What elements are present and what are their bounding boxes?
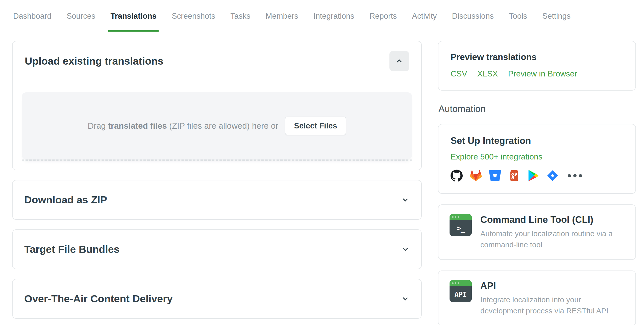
jira-icon[interactable] [547,170,559,182]
preview-xlsx-link[interactable]: XLSX [477,69,498,78]
set-up-integration-card: Set Up Integration Explore 500+ integrat… [438,124,636,194]
tab-discussions[interactable]: Discussions [452,12,494,32]
upload-card-title: Upload existing translations [25,55,163,67]
translations-side-column: Preview translations CSV XLSX Preview in… [438,41,636,325]
integration-icons-row [451,170,623,182]
upload-card-body: Drag translated files (ZIP files are all… [13,81,421,170]
chevron-down-icon [401,294,410,303]
api-card-text: API Integrate localization into your dev… [480,280,624,316]
project-tabs: Dashboard Sources Translations Screensho… [7,0,637,32]
tab-sources[interactable]: Sources [66,12,96,32]
automation-heading: Automation [438,104,636,114]
github-icon[interactable] [451,170,463,182]
collapse-section-button[interactable] [389,51,409,71]
page-body: Upload existing translations Drag transl… [0,32,644,325]
dropzone-text-bold: translated files [108,121,167,130]
over-the-air-section[interactable]: Over-The-Air Content Delivery [12,279,422,319]
tab-translations[interactable]: Translations [110,12,157,32]
gitlab-icon[interactable] [470,170,482,182]
set-up-integration-title: Set Up Integration [451,136,623,146]
cli-card-title: Command Line Tool (CLI) [480,214,624,225]
api-icon-titlebar [450,280,472,286]
preview-csv-link[interactable]: CSV [451,69,467,78]
chevron-down-icon [401,196,410,204]
git-icon[interactable] [508,170,520,182]
file-dropzone[interactable]: Drag translated files (ZIP files are all… [22,92,412,159]
cli-card-description: Automate your localization routine via a… [480,228,624,250]
explore-integrations-link[interactable]: Explore 500+ integrations [451,152,542,161]
api-card-title: API [480,281,624,291]
terminal-icon: >_ [450,214,472,236]
api-icon-label: API [450,286,472,302]
tab-integrations[interactable]: Integrations [313,12,355,32]
tab-dashboard[interactable]: Dashboard [13,12,52,32]
preview-in-browser-link[interactable]: Preview in Browser [508,69,577,78]
preview-links-row: CSV XLSX Preview in Browser [451,69,623,78]
translations-main-column: Upload existing translations Drag transl… [12,41,422,325]
tab-reports[interactable]: Reports [369,12,398,32]
preview-translations-card: Preview translations CSV XLSX Preview in… [438,41,636,91]
tab-screenshots[interactable]: Screenshots [171,12,216,32]
tab-settings[interactable]: Settings [542,12,571,32]
tab-tools[interactable]: Tools [508,12,528,32]
terminal-titlebar [450,214,472,220]
chevron-down-icon [401,245,410,254]
tab-members[interactable]: Members [265,12,299,32]
section-title: Target File Bundles [24,243,119,255]
cli-card-text: Command Line Tool (CLI) Automate your lo… [480,214,624,250]
chevron-up-icon [395,57,404,65]
upload-translations-card: Upload existing translations Drag transl… [12,41,422,170]
select-files-button[interactable]: Select Files [285,117,346,135]
google-play-icon[interactable] [527,170,539,182]
api-card-description: Integrate localization into your develop… [480,294,624,316]
dropzone-text-suffix: (ZIP files are allowed) here or [169,121,278,130]
download-as-zip-section[interactable]: Download as ZIP [12,180,422,220]
preview-translations-title: Preview translations [451,52,623,62]
dropzone-text-prefix: Drag [88,121,106,130]
api-icon: API [450,280,472,302]
tab-activity[interactable]: Activity [411,12,437,32]
section-title: Over-The-Air Content Delivery [24,293,173,305]
upload-card-header: Upload existing translations [13,41,421,81]
dropzone-dashed-border: Drag translated files (ZIP files are all… [22,92,412,161]
more-integrations-icon[interactable] [568,174,582,177]
bitbucket-icon[interactable] [489,170,501,182]
target-file-bundles-section[interactable]: Target File Bundles [12,229,422,269]
api-card[interactable]: API API Integrate localization into your… [438,270,636,325]
dropzone-instruction: Drag translated files (ZIP files are all… [88,121,278,131]
terminal-prompt: >_ [450,220,472,236]
tab-tasks[interactable]: Tasks [230,12,251,32]
cli-tool-card[interactable]: >_ Command Line Tool (CLI) Automate your… [438,204,636,260]
section-title: Download as ZIP [24,194,107,206]
